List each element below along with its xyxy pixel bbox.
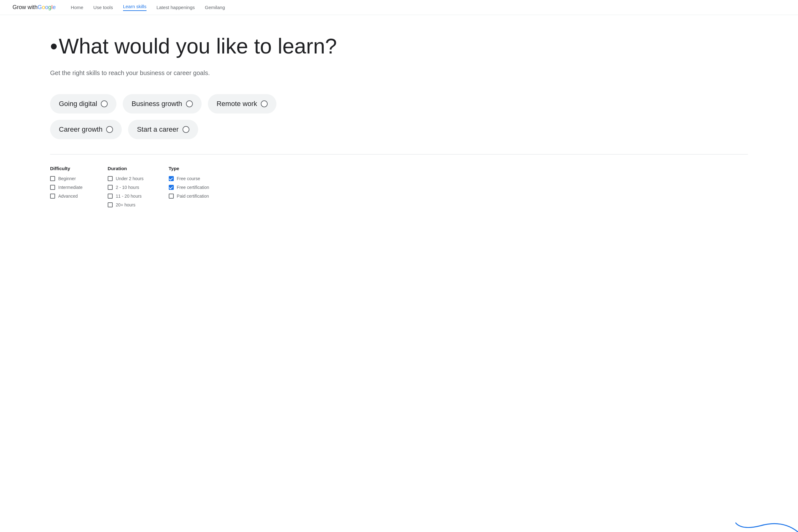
pill-row-1: Going digital Business growth Remote wor…	[50, 94, 748, 114]
filter-free-course[interactable]: Free course	[169, 176, 209, 181]
filters-section: Difficulty Beginner Intermediate Advance…	[50, 166, 748, 217]
pill-start-career-radio	[182, 126, 189, 133]
filter-11-20h[interactable]: 11 - 20 hours	[108, 194, 144, 198]
filter-paid-certification-label: Paid certification	[177, 194, 209, 198]
logo-grow-text: Grow with	[13, 4, 38, 11]
filter-paid-certification[interactable]: Paid certification	[169, 194, 209, 198]
hero-bullet: •	[50, 34, 58, 58]
filter-20plus[interactable]: 20+ hours	[108, 202, 144, 207]
filter-free-course-label: Free course	[177, 176, 200, 181]
filter-intermediate-label: Intermediate	[58, 185, 83, 190]
nav-use-tools[interactable]: Use tools	[93, 5, 113, 10]
pill-business-growth-label: Business growth	[131, 100, 182, 108]
logo-g3: g	[48, 4, 51, 11]
filter-type: Type Free course Free certification Paid…	[169, 166, 209, 202]
logo-o1: o	[42, 4, 45, 11]
filter-beginner[interactable]: Beginner	[50, 176, 83, 181]
filter-advanced-checkbox[interactable]	[50, 194, 55, 198]
pill-start-career[interactable]: Start a career	[128, 120, 198, 139]
filter-11-20h-checkbox[interactable]	[108, 194, 113, 198]
pill-start-career-label: Start a career	[137, 126, 179, 134]
filter-2-10h-label: 2 - 10 hours	[116, 185, 139, 190]
main-nav: Grow with Google Home Use tools Learn sk…	[0, 0, 798, 15]
filter-intermediate[interactable]: Intermediate	[50, 185, 83, 190]
filter-20plus-checkbox[interactable]	[108, 202, 113, 207]
filter-2-10h-checkbox[interactable]	[108, 185, 113, 190]
filter-type-title: Type	[169, 166, 209, 171]
hero-heading-text: What would you like to learn?	[59, 34, 337, 58]
filter-difficulty: Difficulty Beginner Intermediate Advance…	[50, 166, 83, 202]
filter-advanced-label: Advanced	[58, 194, 78, 198]
nav-home[interactable]: Home	[71, 5, 83, 10]
filter-duration: Duration Under 2 hours 2 - 10 hours 11 -…	[108, 166, 144, 211]
nav-latest-happenings[interactable]: Latest happenings	[157, 5, 195, 10]
logo-e: e	[53, 4, 56, 11]
filter-divider	[50, 154, 748, 154]
pill-row-2: Career growth Start a career	[50, 120, 748, 139]
filter-intermediate-checkbox[interactable]	[50, 185, 55, 190]
pill-remote-work[interactable]: Remote work	[208, 94, 277, 114]
filter-difficulty-title: Difficulty	[50, 166, 83, 171]
pill-career-growth-label: Career growth	[59, 126, 102, 134]
logo-o2: o	[45, 4, 48, 11]
filter-free-course-checkbox[interactable]	[169, 176, 174, 181]
pill-remote-work-radio	[261, 100, 268, 107]
logo: Grow with Google	[13, 4, 56, 11]
filter-20plus-label: 20+ hours	[116, 202, 135, 207]
filter-11-20h-label: 11 - 20 hours	[116, 194, 142, 198]
hero-heading: • What would you like to learn?	[50, 34, 748, 58]
nav-learn-skills[interactable]: Learn skills	[123, 4, 146, 11]
filter-beginner-label: Beginner	[58, 176, 76, 181]
filter-free-certification[interactable]: Free certification	[169, 185, 209, 190]
filter-advanced[interactable]: Advanced	[50, 194, 83, 198]
filter-beginner-checkbox[interactable]	[50, 176, 55, 181]
filter-paid-certification-checkbox[interactable]	[169, 194, 174, 198]
filter-2-10h[interactable]: 2 - 10 hours	[108, 185, 144, 190]
filter-free-certification-checkbox[interactable]	[169, 185, 174, 190]
filter-duration-title: Duration	[108, 166, 144, 171]
pill-remote-work-label: Remote work	[217, 100, 257, 108]
logo-G: G	[38, 4, 42, 11]
pill-business-growth-radio	[186, 100, 193, 107]
pill-business-growth[interactable]: Business growth	[123, 94, 201, 114]
pill-going-digital[interactable]: Going digital	[50, 94, 116, 114]
filter-under-2h-checkbox[interactable]	[108, 176, 113, 181]
filter-free-certification-label: Free certification	[177, 185, 209, 190]
main-content: • What would you like to learn? Get the …	[0, 15, 798, 230]
hero-subtitle: Get the right skills to reach your busin…	[50, 70, 748, 77]
pill-career-growth[interactable]: Career growth	[50, 120, 122, 139]
filter-under-2h[interactable]: Under 2 hours	[108, 176, 144, 181]
nav-gemilang[interactable]: Gemilang	[205, 5, 225, 10]
pill-going-digital-radio	[101, 100, 108, 107]
pill-career-growth-radio	[106, 126, 113, 133]
filter-under-2h-label: Under 2 hours	[116, 176, 144, 181]
pill-going-digital-label: Going digital	[59, 100, 97, 108]
